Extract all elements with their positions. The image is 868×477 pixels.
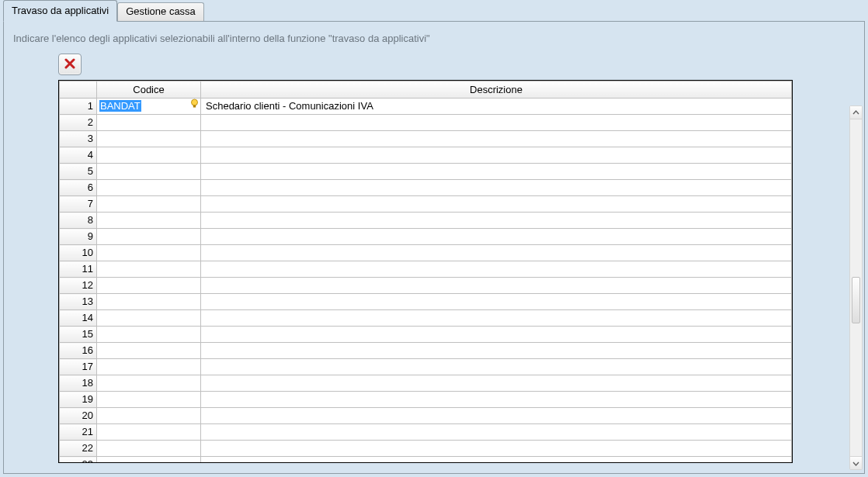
description-cell[interactable]	[201, 164, 792, 180]
code-cell[interactable]	[97, 327, 201, 343]
row-number[interactable]: 16	[60, 343, 97, 359]
code-cell[interactable]	[97, 131, 201, 147]
code-cell[interactable]	[97, 278, 201, 294]
row-number[interactable]: 5	[60, 164, 97, 180]
description-cell[interactable]	[201, 147, 792, 164]
row-number[interactable]: 6	[60, 180, 97, 196]
row-number[interactable]: 2	[60, 115, 97, 131]
description-cell[interactable]	[201, 131, 792, 147]
description-cell[interactable]	[201, 457, 792, 464]
code-input[interactable]	[97, 164, 200, 179]
code-input[interactable]: BANDAT	[97, 99, 188, 114]
row-number[interactable]: 3	[60, 131, 97, 147]
description-cell[interactable]	[201, 245, 792, 261]
code-cell[interactable]	[97, 375, 201, 392]
description-cell[interactable]	[201, 213, 792, 229]
description-cell[interactable]	[201, 310, 792, 327]
code-input[interactable]	[97, 408, 200, 423]
code-input[interactable]	[97, 180, 200, 195]
code-input[interactable]	[97, 229, 200, 244]
code-cell[interactable]	[97, 196, 201, 213]
description-cell[interactable]	[201, 278, 792, 294]
code-input[interactable]	[97, 359, 200, 375]
code-cell[interactable]	[97, 245, 201, 261]
tab-gestione-cassa[interactable]: Gestione cassa	[117, 2, 204, 21]
description-cell[interactable]	[201, 408, 792, 424]
row-number[interactable]: 12	[60, 278, 97, 294]
code-cell[interactable]	[97, 392, 201, 408]
row-number[interactable]: 17	[60, 359, 97, 375]
row-number[interactable]: 22	[60, 441, 97, 457]
tab-travaso[interactable]: Travaso da applicativi	[3, 0, 117, 22]
scroll-down-button[interactable]	[850, 456, 862, 469]
code-cell[interactable]	[97, 408, 201, 424]
code-cell[interactable]	[97, 261, 201, 278]
scroll-thumb[interactable]	[852, 277, 860, 323]
code-input[interactable]	[97, 294, 200, 309]
code-input[interactable]	[97, 392, 200, 407]
description-cell[interactable]	[201, 294, 792, 310]
description-cell[interactable]	[201, 180, 792, 196]
scroll-up-button[interactable]	[850, 106, 862, 119]
row-number[interactable]: 7	[60, 196, 97, 213]
description-cell[interactable]	[201, 196, 792, 213]
code-cell[interactable]	[97, 229, 201, 245]
code-cell[interactable]	[97, 294, 201, 310]
row-number[interactable]: 1	[60, 99, 97, 115]
code-cell[interactable]	[97, 115, 201, 131]
delete-button[interactable]	[58, 54, 82, 75]
code-cell[interactable]	[97, 147, 201, 164]
code-input[interactable]	[97, 147, 200, 163]
description-cell[interactable]	[201, 359, 792, 375]
code-input[interactable]	[97, 375, 200, 391]
row-number[interactable]: 4	[60, 147, 97, 164]
row-number[interactable]: 23	[60, 457, 97, 464]
code-input[interactable]	[97, 245, 200, 261]
row-number[interactable]: 14	[60, 310, 97, 327]
vertical-scrollbar[interactable]	[849, 105, 863, 470]
description-cell[interactable]	[201, 115, 792, 131]
code-cell[interactable]	[97, 343, 201, 359]
description-cell[interactable]	[201, 424, 792, 441]
description-cell[interactable]	[201, 327, 792, 343]
code-input[interactable]	[97, 327, 200, 342]
code-input[interactable]	[97, 457, 200, 463]
row-number[interactable]: 15	[60, 327, 97, 343]
code-cell[interactable]	[97, 441, 201, 457]
description-cell[interactable]	[201, 261, 792, 278]
code-cell[interactable]	[97, 164, 201, 180]
code-input[interactable]	[97, 424, 200, 440]
code-input[interactable]	[97, 310, 200, 326]
row-number[interactable]: 8	[60, 213, 97, 229]
row-number[interactable]: 9	[60, 229, 97, 245]
description-cell[interactable]	[201, 229, 792, 245]
description-cell[interactable]: Schedario clienti - Comunicazioni IVA	[201, 99, 792, 115]
lookup-button[interactable]	[188, 99, 200, 113]
grid-header-desc[interactable]: Descrizione	[201, 81, 792, 99]
code-input[interactable]	[97, 196, 200, 212]
code-cell[interactable]	[97, 180, 201, 196]
description-cell[interactable]	[201, 375, 792, 392]
row-number[interactable]: 19	[60, 392, 97, 408]
code-cell[interactable]: BANDAT	[97, 99, 201, 115]
description-cell[interactable]	[201, 392, 792, 408]
row-number[interactable]: 10	[60, 245, 97, 261]
code-input[interactable]	[97, 441, 200, 456]
code-cell[interactable]	[97, 310, 201, 327]
code-input[interactable]	[97, 213, 200, 228]
code-cell[interactable]	[97, 213, 201, 229]
code-input[interactable]	[97, 261, 200, 277]
description-cell[interactable]	[201, 343, 792, 359]
code-cell[interactable]	[97, 424, 201, 441]
row-number[interactable]: 11	[60, 261, 97, 278]
code-input[interactable]	[97, 115, 200, 130]
code-input[interactable]	[97, 131, 200, 147]
row-number[interactable]: 21	[60, 424, 97, 441]
grid-header-code[interactable]: Codice	[97, 81, 201, 99]
code-cell[interactable]	[97, 359, 201, 375]
code-input[interactable]	[97, 278, 200, 293]
row-number[interactable]: 20	[60, 408, 97, 424]
code-input[interactable]	[97, 343, 200, 358]
row-number[interactable]: 18	[60, 375, 97, 392]
row-number[interactable]: 13	[60, 294, 97, 310]
